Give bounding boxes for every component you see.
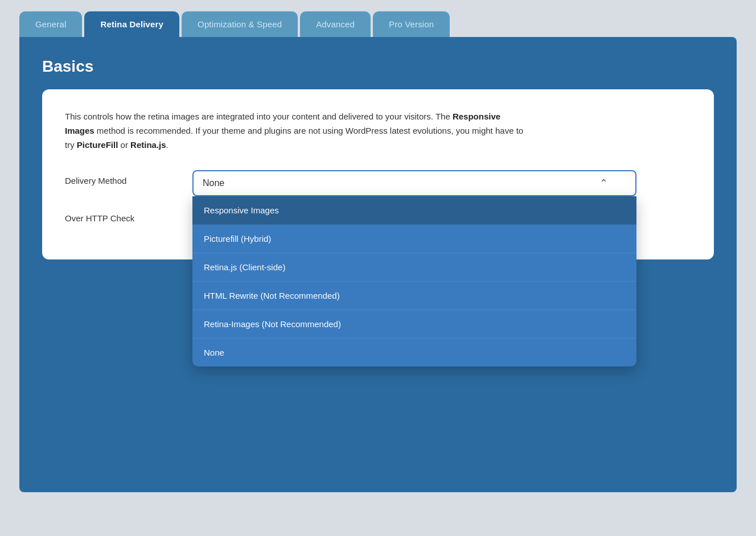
bold-retina-js: Retina.js	[130, 140, 166, 150]
tab-advanced[interactable]: Advanced	[300, 11, 371, 37]
basics-card: This controls how the retina images are …	[42, 89, 714, 259]
dropdown-item-none[interactable]: None	[192, 339, 636, 366]
dropdown-item-label: HTML Rewrite (Not Recommended)	[204, 291, 340, 300]
dropdown-item-retina-js[interactable]: Retina.js (Client-side)	[192, 253, 636, 282]
main-panel: Basics This controls how the retina imag…	[19, 37, 737, 492]
dropdown-item-label: Retina.js (Client-side)	[204, 262, 285, 272]
delivery-method-row: Delivery Method None ⌃ Responsive Images…	[65, 170, 691, 196]
bold-responsive-images: Responsive Images	[65, 112, 500, 135]
page-wrapper: General Retina Delivery Optimization & S…	[19, 11, 737, 492]
tab-general[interactable]: General	[19, 11, 82, 37]
dropdown-item-label: Responsive Images	[204, 205, 279, 215]
bold-picturefill: PictureFill	[77, 140, 118, 150]
dropdown-item-label: None	[204, 348, 224, 357]
select-current-value: None	[203, 178, 224, 188]
tabs-bar: General Retina Delivery Optimization & S…	[19, 11, 737, 37]
tab-retina-delivery[interactable]: Retina Delivery	[84, 11, 179, 37]
section-title: Basics	[42, 57, 714, 76]
dropdown-list: Responsive Images Picturefill (Hybrid) R…	[192, 196, 636, 366]
dropdown-item-retina-images[interactable]: Retina-Images (Not Recommended)	[192, 310, 636, 339]
dropdown-item-html-rewrite[interactable]: HTML Rewrite (Not Recommended)	[192, 282, 636, 310]
dropdown-item-responsive-images[interactable]: Responsive Images	[192, 196, 636, 225]
delivery-method-label: Delivery Method	[65, 170, 179, 185]
tab-optimization-speed[interactable]: Optimization & Speed	[182, 11, 298, 37]
dropdown-item-picturefill[interactable]: Picturefill (Hybrid)	[192, 225, 636, 253]
tab-pro-version[interactable]: Pro Version	[373, 11, 450, 37]
delivery-method-select-wrapper: None ⌃ Responsive Images Picturefill (Hy…	[192, 170, 636, 196]
dropdown-item-label: Retina-Images (Not Recommended)	[204, 319, 341, 329]
chevron-up-icon: ⌃	[599, 177, 608, 189]
delivery-method-select[interactable]: None ⌃	[192, 170, 636, 196]
card-description: This controls how the retina images are …	[65, 110, 532, 152]
dropdown-item-label: Picturefill (Hybrid)	[204, 234, 271, 244]
over-http-check-label: Over HTTP Check	[65, 208, 179, 223]
